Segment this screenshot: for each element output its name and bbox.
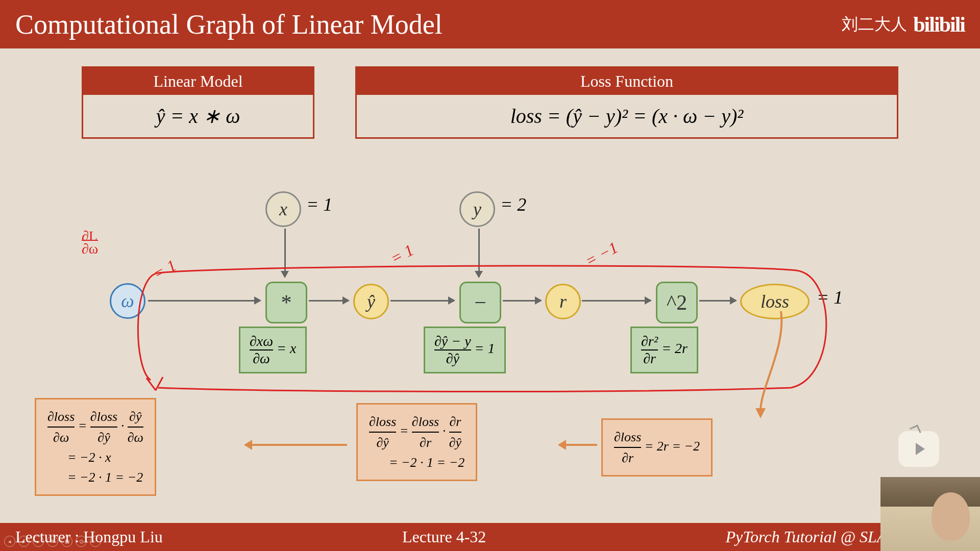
- grid-button[interactable]: ⊞: [61, 536, 72, 547]
- deriv-sq: ∂r²∂r = 2r: [630, 327, 698, 373]
- red-omega-value: = 1: [150, 256, 180, 283]
- player-controls: ◂ ▸ ▸ ✎ ⊞ ⊙ ⋯: [4, 536, 101, 547]
- calc-loss-r: ∂loss∂r = 2r = −2: [601, 418, 713, 477]
- author-badge: 刘二大人 bilibili: [842, 12, 965, 37]
- arrow-sq-loss: [699, 300, 736, 302]
- red-r-value: = −1: [582, 238, 621, 270]
- arrow-sub-r: [503, 300, 541, 302]
- prev-button[interactable]: ◂: [4, 536, 15, 547]
- x-value: = 1: [306, 194, 332, 215]
- deriv-sub: ∂ŷ − y∂ŷ = 1: [424, 327, 506, 373]
- footer-lecture: Lecture 4-32: [402, 528, 486, 546]
- next-button[interactable]: ▸: [33, 536, 44, 547]
- node-x: x: [265, 191, 301, 227]
- loss-header: Loss Function: [357, 68, 897, 95]
- play-button[interactable]: ▸: [18, 536, 30, 547]
- node-loss: loss: [740, 284, 810, 319]
- svg-marker-0: [755, 408, 766, 418]
- webcam-overlay: [880, 477, 980, 551]
- loss-value: = 1: [817, 287, 843, 308]
- orange-arrow-2-1: [245, 444, 347, 446]
- red-yhat-value: = 1: [387, 240, 417, 268]
- computational-graph: ∂L∂ω = 1 = 1 = −1 x = 1 y = 2 ω * − ^2 ŷ…: [0, 173, 980, 403]
- loss-function-box: Loss Function loss = (ŷ − y)² = (x · ω −…: [355, 66, 898, 139]
- calc-loss-omega: ∂loss∂ω = ∂loss∂ŷ · ∂ŷ∂ω = −2 · x = −2 ·…: [35, 398, 156, 496]
- deriv-mul: ∂xω∂ω = x: [239, 327, 307, 373]
- arrow-omega-mul: [148, 300, 260, 302]
- node-yhat: ŷ: [353, 284, 389, 319]
- node-r: r: [545, 284, 581, 319]
- bilibili-logo-icon: bilibili: [913, 12, 965, 37]
- author-name: 刘二大人: [842, 13, 907, 36]
- op-subtract: −: [459, 282, 501, 323]
- linear-model-box: Linear Model ŷ = x ∗ ω: [82, 66, 314, 139]
- pen-button[interactable]: ✎: [47, 536, 58, 547]
- arrow-x-mul: [284, 229, 286, 277]
- equations-row: Linear Model ŷ = x ∗ ω Loss Function los…: [82, 66, 898, 139]
- zoom-button[interactable]: ⊙: [76, 536, 87, 547]
- loss-formula: loss = (ŷ − y)² = (x · ω − y)²: [357, 95, 897, 137]
- orange-arrow-3-2: [559, 444, 597, 446]
- arrow-mul-yhat: [309, 300, 349, 302]
- calc-loss-yhat: ∂loss∂ŷ = ∂loss∂r · ∂r∂ŷ = −2 · 1 = −2: [356, 403, 477, 481]
- node-omega: ω: [110, 283, 145, 319]
- linear-header: Linear Model: [83, 68, 313, 95]
- footer: Lecturer : Hongpu Liu Lecture 4-32 PyTor…: [0, 523, 980, 551]
- bilibili-play-icon[interactable]: [898, 431, 939, 467]
- arrow-r-sq: [582, 300, 651, 302]
- red-dL-dw-annotation: ∂L∂ω: [82, 230, 98, 255]
- y-value: = 2: [500, 194, 526, 215]
- arrow-yhat-sub: [390, 300, 454, 302]
- op-square: ^2: [656, 282, 698, 323]
- node-y: y: [459, 191, 495, 227]
- page-title: Computational Graph of Linear Model: [15, 9, 443, 40]
- more-button[interactable]: ⋯: [90, 536, 101, 547]
- header: Computational Graph of Linear Model 刘二大人…: [0, 0, 980, 48]
- linear-formula: ŷ = x ∗ ω: [83, 95, 313, 137]
- arrow-y-sub: [478, 229, 480, 277]
- op-multiply: *: [265, 282, 307, 323]
